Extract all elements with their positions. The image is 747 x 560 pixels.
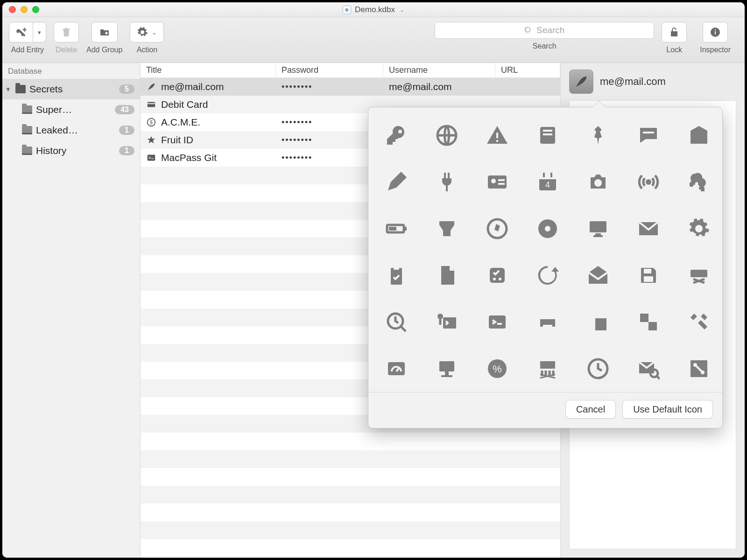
sidebar-heading: Database (2, 63, 140, 79)
dashboard-icon (385, 357, 408, 380)
column-header-url[interactable]: URL (495, 63, 560, 77)
add-entry-button[interactable] (9, 22, 33, 42)
entry-password: •••••••• (282, 135, 312, 145)
icon-option-printer[interactable] (534, 308, 562, 336)
column-header-title[interactable]: Title (141, 63, 276, 77)
icon-option-dashboard[interactable] (382, 355, 410, 383)
icon-option-document[interactable] (433, 261, 461, 289)
column-header-password[interactable]: Password (276, 63, 383, 77)
sidebar-item-label: Secrets (29, 84, 63, 95)
display-stand-icon (436, 357, 458, 380)
icon-option-building[interactable] (685, 121, 713, 149)
icon-option-checker[interactable] (634, 308, 662, 336)
svg-rect-49 (590, 314, 606, 318)
icon-option-shred[interactable] (534, 355, 562, 383)
icon-option-pencil[interactable] (382, 168, 410, 196)
icon-option-server[interactable] (534, 121, 562, 149)
icon-option-battery[interactable] (382, 215, 410, 243)
node-icon (688, 357, 710, 380)
icon-option-compass[interactable] (483, 215, 511, 243)
sidebar-item-leaked[interactable]: Leaked… 1 (2, 120, 140, 140)
inspector-button[interactable] (703, 22, 728, 42)
icon-option-mail[interactable] (634, 215, 662, 243)
document-icon: ◉ (343, 6, 351, 14)
delete-button (54, 22, 79, 42)
title-chevron-icon[interactable]: ⌄ (400, 7, 404, 13)
icon-option-calendar[interactable]: 4 (534, 168, 562, 196)
folder-icon (15, 85, 26, 93)
chevron-down-icon: ⌄ (152, 29, 157, 36)
clipboard-icon (385, 264, 408, 287)
icon-option-clock[interactable] (584, 355, 612, 383)
sidebar-item-history[interactable]: History 1 (2, 140, 140, 161)
icon-option-key-terminal[interactable] (433, 308, 461, 336)
battery-icon (385, 217, 408, 240)
icon-option-gear[interactable] (685, 215, 713, 243)
icon-option-key[interactable] (382, 121, 410, 149)
icon-option-disc[interactable] (534, 215, 562, 243)
sidebar-item-super[interactable]: Super… 43 (2, 99, 140, 120)
icon-option-plug[interactable] (433, 168, 461, 196)
search-placeholder: Search (536, 25, 564, 35)
keys-icon (688, 171, 710, 193)
svg-rect-10 (543, 130, 552, 132)
icon-option-pin[interactable] (584, 121, 612, 149)
star-icon (146, 135, 156, 145)
lock-label: Lock (666, 46, 682, 54)
titlebar: ◉ Demo.kdbx ⌄ (2, 2, 745, 17)
icon-option-camera[interactable] (584, 168, 612, 196)
chat-icon (637, 124, 660, 147)
svg-rect-35 (490, 268, 505, 283)
column-header-username[interactable]: Username (383, 63, 495, 77)
svg-point-22 (594, 179, 602, 187)
icon-option-display-stand[interactable] (433, 355, 461, 383)
icon-option-mail-search[interactable] (634, 355, 662, 383)
use-default-icon-button[interactable]: Use Default Icon (622, 400, 713, 419)
mail-search-icon (637, 357, 660, 380)
svg-rect-2 (715, 29, 716, 30)
icon-option-id-card[interactable] (483, 168, 511, 196)
icon-option-refresh[interactable] (534, 261, 562, 289)
icon-option-floppy[interactable] (634, 261, 662, 289)
icon-option-node[interactable] (685, 355, 713, 383)
inspector-label: Inspector (700, 46, 731, 54)
sidebar-item-secrets[interactable]: ▼ Secrets 5 (2, 79, 140, 99)
action-button[interactable]: ⌄ (130, 22, 164, 42)
info-icon (710, 27, 721, 38)
icon-option-clock-search[interactable] (382, 308, 410, 336)
cancel-button[interactable]: Cancel (565, 400, 616, 419)
icon-option-drive-remove[interactable] (685, 261, 713, 289)
search-input[interactable]: Search (435, 22, 654, 39)
lock-button[interactable] (662, 22, 687, 42)
icon-option-tools[interactable] (685, 308, 713, 336)
table-row[interactable]: me@mail.com••••••••me@mail.com (141, 78, 560, 96)
icon-option-monitor[interactable] (584, 215, 612, 243)
svg-rect-1 (715, 31, 716, 35)
entry-icon-button[interactable] (569, 70, 593, 94)
drive-remove-icon (688, 264, 710, 287)
add-entry-menu-button[interactable]: ▾ (33, 22, 46, 42)
svg-rect-54 (439, 361, 454, 371)
icon-option-broadcast[interactable] (634, 168, 662, 196)
icon-option-scanner[interactable] (433, 215, 461, 243)
icon-option-globe[interactable] (433, 121, 461, 149)
icon-option-keys[interactable] (685, 168, 713, 196)
entry-username: me@mail.com (389, 81, 452, 92)
warning-icon (486, 124, 508, 147)
icon-option-percent[interactable]: % (483, 355, 511, 383)
icon-option-layout[interactable] (584, 308, 612, 336)
disclosure-triangle-icon[interactable]: ▼ (5, 86, 12, 93)
folder-plus-icon (99, 27, 111, 38)
icon-option-terminal[interactable] (483, 308, 511, 336)
icon-option-chat[interactable] (634, 121, 662, 149)
entry-password: •••••••• (282, 153, 312, 163)
add-group-button[interactable] (92, 22, 118, 42)
icon-option-package[interactable] (483, 261, 511, 289)
icon-option-clipboard[interactable] (382, 261, 410, 289)
chevron-down-icon: ▾ (38, 29, 41, 36)
svg-rect-46 (543, 315, 552, 319)
svg-rect-16 (498, 183, 505, 185)
icon-option-envelope-open[interactable] (584, 261, 612, 289)
gear-icon (137, 27, 148, 38)
icon-option-warning[interactable] (483, 121, 511, 149)
